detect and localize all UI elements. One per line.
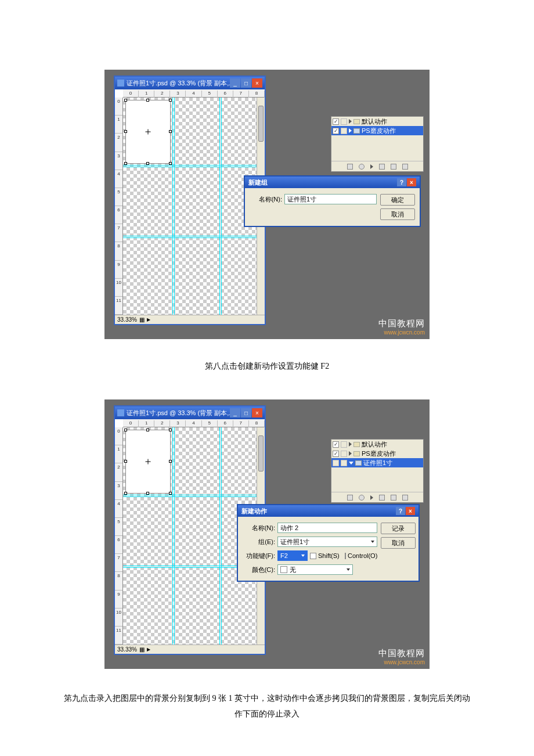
toggle-dialog[interactable] bbox=[341, 118, 347, 125]
fkey-select[interactable]: F2 bbox=[277, 550, 308, 561]
watermark: 中国教程网 www.jcwcn.com bbox=[378, 648, 425, 665]
dialog-title: 新建动作 bbox=[241, 507, 267, 516]
shift-checkbox[interactable]: Shift(S) bbox=[310, 552, 342, 559]
action-label: PS磨皮动作 bbox=[362, 449, 396, 458]
handle[interactable] bbox=[169, 429, 172, 431]
minimize-button[interactable]: _ bbox=[230, 78, 240, 88]
chevron-right-icon[interactable]: ▶ bbox=[147, 315, 150, 325]
stop-icon[interactable] bbox=[347, 495, 353, 501]
handle[interactable] bbox=[146, 162, 149, 165]
ok-button[interactable]: 确定 bbox=[380, 194, 415, 206]
stop-icon[interactable] bbox=[347, 164, 353, 170]
folder-icon bbox=[353, 451, 360, 456]
new-set-dialog: 新建组 ? × 名称(N): 确定 取消 bbox=[244, 175, 421, 227]
new-set-icon[interactable] bbox=[379, 495, 385, 501]
zoom-level[interactable]: 33.33% bbox=[117, 645, 137, 654]
window-buttons: _ □ × bbox=[230, 78, 262, 88]
folder-icon bbox=[353, 119, 360, 124]
color-select[interactable]: 无 bbox=[277, 564, 353, 575]
handle[interactable] bbox=[146, 99, 149, 102]
handle[interactable] bbox=[124, 429, 127, 431]
trash-icon[interactable] bbox=[402, 164, 408, 170]
set-value: 证件照1寸 bbox=[280, 538, 309, 546]
toggle-check[interactable] bbox=[333, 460, 339, 466]
trash-icon[interactable] bbox=[402, 495, 408, 501]
expand-icon[interactable] bbox=[349, 462, 353, 465]
ruler-mark: 3 bbox=[115, 482, 122, 500]
fkey-row: 功能键(F): F2 Shift(S) Control(O) bbox=[243, 550, 377, 561]
chevron-right-icon[interactable]: ▶ bbox=[147, 645, 150, 654]
toggle-check[interactable]: ✓ bbox=[333, 451, 339, 457]
zoom-level[interactable]: 33.33% bbox=[117, 315, 137, 325]
close-button[interactable]: × bbox=[406, 507, 415, 515]
record-icon[interactable] bbox=[359, 164, 365, 170]
action-row-selected[interactable]: 证件照1寸 bbox=[331, 458, 423, 467]
fkey-value: F2 bbox=[280, 552, 288, 559]
action-row[interactable]: ✓ PS磨皮动作 bbox=[331, 449, 423, 458]
help-button[interactable]: ? bbox=[396, 507, 405, 515]
new-set-icon[interactable] bbox=[379, 164, 385, 170]
checkbox[interactable] bbox=[310, 553, 316, 559]
toggle-check[interactable]: ✓ bbox=[333, 118, 339, 125]
name-label: 名称(N): bbox=[243, 524, 275, 532]
transform-selection[interactable] bbox=[125, 100, 171, 164]
close-button[interactable]: × bbox=[252, 78, 262, 88]
guide bbox=[174, 98, 175, 315]
action-label: PS磨皮动作 bbox=[362, 127, 396, 135]
handle[interactable] bbox=[146, 429, 149, 431]
cancel-button[interactable]: 取消 bbox=[381, 537, 416, 549]
toggle-dialog[interactable] bbox=[341, 460, 347, 466]
expand-icon[interactable] bbox=[349, 451, 352, 456]
handle[interactable] bbox=[124, 460, 127, 463]
record-button[interactable]: 记录 bbox=[381, 523, 416, 534]
name-input[interactable] bbox=[277, 523, 377, 533]
toggle-check[interactable]: ✓ bbox=[333, 441, 339, 448]
handle[interactable] bbox=[169, 492, 172, 495]
doc-icon: ▦ bbox=[139, 315, 145, 325]
handle[interactable] bbox=[124, 492, 127, 495]
cancel-button[interactable]: 取消 bbox=[380, 208, 415, 220]
maximize-button[interactable]: □ bbox=[241, 78, 251, 88]
close-button[interactable]: × bbox=[407, 178, 416, 186]
close-button[interactable]: × bbox=[252, 408, 262, 417]
ruler-horizontal: 012345678 bbox=[123, 419, 265, 427]
guide bbox=[123, 495, 265, 495]
control-checkbox[interactable]: Control(O) bbox=[345, 552, 377, 559]
ruler-mark: 10 bbox=[115, 609, 122, 627]
handle[interactable] bbox=[124, 99, 127, 102]
actions-panel: ✓ 默认动作 ✓ PS磨皮动作 bbox=[331, 116, 424, 172]
handle[interactable] bbox=[169, 460, 172, 463]
record-icon[interactable] bbox=[359, 495, 365, 501]
toggle-dialog[interactable] bbox=[341, 128, 347, 134]
handle[interactable] bbox=[124, 162, 127, 165]
window-buttons: _ □ × bbox=[230, 408, 262, 417]
handle[interactable] bbox=[146, 492, 149, 495]
play-icon[interactable] bbox=[370, 164, 373, 169]
handle[interactable] bbox=[169, 130, 172, 133]
help-button[interactable]: ? bbox=[397, 178, 406, 186]
toggle-check[interactable]: ✓ bbox=[333, 128, 339, 134]
new-action-icon[interactable] bbox=[391, 495, 396, 501]
toggle-dialog[interactable] bbox=[341, 451, 347, 457]
play-icon[interactable] bbox=[370, 495, 373, 500]
ruler-mark: 8 bbox=[115, 572, 122, 590]
set-select[interactable]: 证件照1寸 bbox=[277, 537, 377, 547]
name-input[interactable] bbox=[284, 194, 377, 204]
maximize-button[interactable]: □ bbox=[241, 408, 251, 417]
ruler-mark: 7 bbox=[115, 554, 122, 572]
minimize-button[interactable]: _ bbox=[230, 408, 240, 417]
action-row-default[interactable]: ✓ 默认动作 bbox=[331, 440, 423, 449]
toggle-dialog[interactable] bbox=[341, 441, 347, 448]
handle[interactable] bbox=[124, 130, 127, 133]
action-row-selected[interactable]: ✓ PS磨皮动作 bbox=[331, 126, 423, 135]
transform-selection[interactable] bbox=[125, 430, 171, 494]
handle[interactable] bbox=[169, 99, 172, 102]
new-action-icon[interactable] bbox=[391, 164, 396, 170]
checkbox[interactable] bbox=[345, 553, 346, 559]
handle[interactable] bbox=[169, 162, 172, 165]
expand-icon[interactable] bbox=[349, 442, 352, 447]
expand-icon[interactable] bbox=[349, 128, 352, 133]
expand-icon[interactable] bbox=[349, 119, 352, 124]
guide bbox=[172, 98, 173, 315]
action-row-default[interactable]: ✓ 默认动作 bbox=[331, 117, 423, 126]
